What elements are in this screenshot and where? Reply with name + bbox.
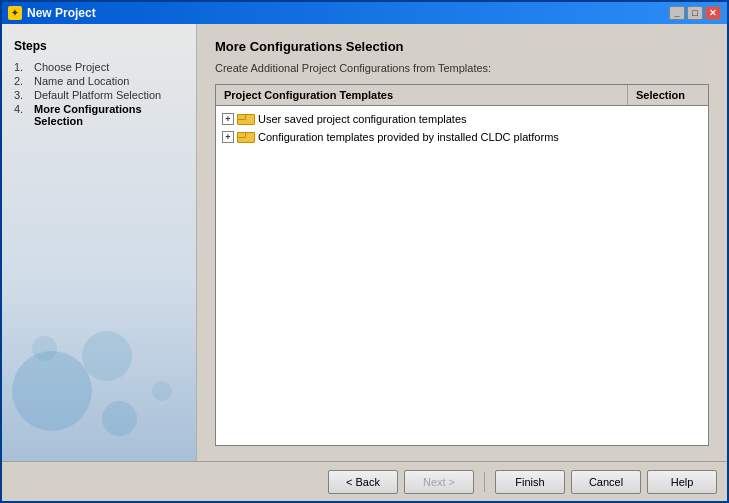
title-bar-controls: _ □ ✕ [669, 6, 721, 20]
table-row[interactable]: + Configuration templates provided by in… [216, 128, 708, 146]
right-panel: More Configurations Selection Create Add… [197, 24, 727, 461]
panel-title: More Configurations Selection [215, 39, 709, 54]
config-templates-table[interactable]: Project Configuration Templates Selectio… [215, 84, 709, 446]
step-1: 1. Choose Project [14, 61, 184, 73]
title-bar: ✦ New Project _ □ ✕ [2, 2, 727, 24]
window-title: New Project [27, 6, 669, 20]
window-icon: ✦ [8, 6, 22, 20]
step-3-text: Default Platform Selection [34, 89, 184, 101]
help-button[interactable]: Help [647, 470, 717, 494]
step-4: 4. More Configurations Selection [14, 103, 184, 127]
button-separator [484, 472, 485, 492]
table-row[interactable]: + User saved project configuration templ… [216, 110, 708, 128]
cancel-button[interactable]: Cancel [571, 470, 641, 494]
step-1-text: Choose Project [34, 61, 184, 73]
table-header: Project Configuration Templates Selectio… [216, 85, 708, 106]
close-button[interactable]: ✕ [705, 6, 721, 20]
step-1-num: 1. [14, 61, 34, 73]
sidebar: Steps 1. Choose Project 2. Name and Loca… [2, 24, 197, 461]
step-2: 2. Name and Location [14, 75, 184, 87]
step-2-text: Name and Location [34, 75, 184, 87]
folder-icon-1 [237, 113, 253, 125]
step-4-text: More Configurations Selection [34, 103, 184, 127]
step-3: 3. Default Platform Selection [14, 89, 184, 101]
minimize-button[interactable]: _ [669, 6, 685, 20]
project-col-header: Project Configuration Templates [216, 85, 628, 105]
main-content: Steps 1. Choose Project 2. Name and Loca… [2, 24, 727, 461]
finish-button[interactable]: Finish [495, 470, 565, 494]
next-button[interactable]: Next > [404, 470, 474, 494]
bottom-bar: < Back Next > Finish Cancel Help [2, 461, 727, 501]
step-2-num: 2. [14, 75, 34, 87]
row-2-label: Configuration templates provided by inst… [258, 131, 702, 143]
row-1-label: User saved project configuration templat… [258, 113, 702, 125]
expand-icon-2[interactable]: + [222, 131, 234, 143]
step-4-num: 4. [14, 103, 34, 127]
step-3-num: 3. [14, 89, 34, 101]
main-window: ✦ New Project _ □ ✕ Steps 1. Choose Proj… [0, 0, 729, 503]
table-body: + User saved project configuration templ… [216, 106, 708, 150]
back-button[interactable]: < Back [328, 470, 398, 494]
selection-col-header: Selection [628, 85, 708, 105]
steps-label: Steps [14, 39, 184, 53]
panel-subtitle: Create Additional Project Configurations… [215, 62, 709, 74]
maximize-button[interactable]: □ [687, 6, 703, 20]
sidebar-decoration [2, 321, 196, 441]
folder-icon-2 [237, 131, 253, 143]
expand-icon-1[interactable]: + [222, 113, 234, 125]
